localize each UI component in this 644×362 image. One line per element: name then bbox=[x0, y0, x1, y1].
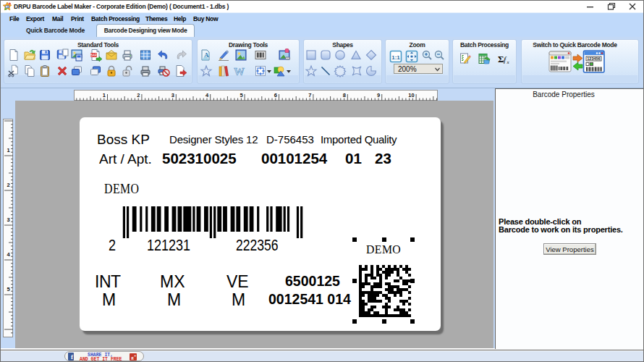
svg-text:W: W bbox=[234, 66, 245, 77]
svg-text:BAR: BAR bbox=[90, 54, 98, 57]
svg-text:4: 4 bbox=[7, 251, 10, 258]
svg-text:3: 3 bbox=[7, 216, 9, 223]
svg-text:6: 6 bbox=[274, 92, 277, 98]
svg-text:1: 1 bbox=[103, 92, 106, 98]
svg-text:x: x bbox=[507, 59, 510, 65]
svg-text:+: + bbox=[134, 354, 136, 358]
svg-text:3: 3 bbox=[171, 92, 174, 98]
svg-text:5: 5 bbox=[7, 286, 9, 292]
svg-text:7: 7 bbox=[308, 92, 311, 98]
svg-text:9: 9 bbox=[377, 92, 380, 98]
svg-text:4: 4 bbox=[206, 92, 209, 98]
svg-text:1: 1 bbox=[7, 147, 9, 153]
svg-text:10: 10 bbox=[408, 92, 414, 98]
svg-text:2: 2 bbox=[7, 182, 9, 188]
svg-text:123456: 123456 bbox=[587, 56, 600, 61]
svg-text:1:1: 1:1 bbox=[391, 54, 400, 61]
svg-text:8: 8 bbox=[343, 92, 346, 98]
svg-text:2: 2 bbox=[137, 92, 140, 98]
svg-text:5: 5 bbox=[240, 92, 242, 98]
